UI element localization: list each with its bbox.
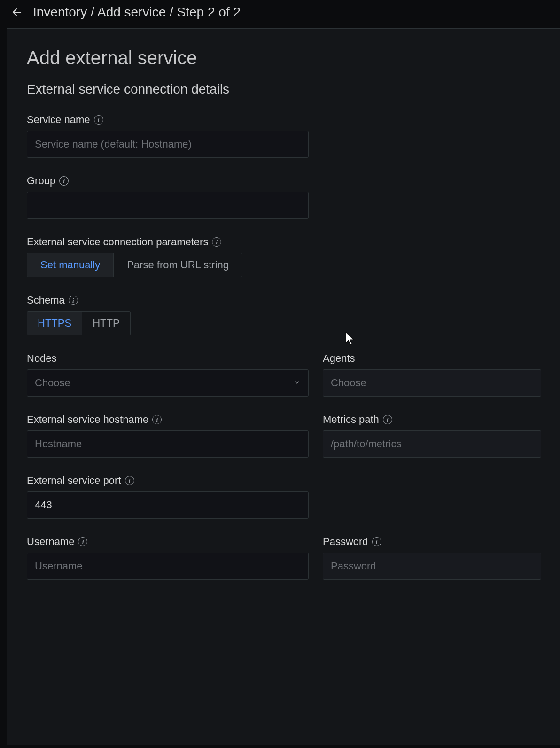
- breadcrumb: Inventory / Add service / Step 2 of 2: [33, 5, 241, 20]
- nodes-placeholder: Choose: [35, 377, 70, 389]
- agents-placeholder: Choose: [331, 377, 366, 389]
- port-input[interactable]: [27, 491, 309, 519]
- info-icon[interactable]: i: [212, 237, 221, 247]
- field-group: Group i: [27, 175, 541, 219]
- username-input[interactable]: [27, 553, 309, 580]
- metrics-path-input[interactable]: [323, 430, 541, 458]
- nodes-label: Nodes: [27, 352, 57, 365]
- arrow-left-icon: [11, 7, 23, 18]
- field-service-name: Service name i: [27, 114, 541, 158]
- nodes-select[interactable]: Choose: [27, 369, 309, 397]
- password-input[interactable]: [323, 553, 541, 580]
- field-schema: Schema i HTTPS HTTP: [27, 294, 541, 335]
- hostname-input[interactable]: [27, 430, 309, 458]
- info-icon[interactable]: i: [59, 176, 69, 186]
- parse-from-url-button[interactable]: Parse from URL string: [114, 253, 242, 277]
- field-port: External service port i: [27, 475, 541, 519]
- hostname-label: External service hostname: [27, 413, 148, 426]
- schema-https-button[interactable]: HTTPS: [27, 312, 82, 335]
- info-icon[interactable]: i: [78, 537, 87, 546]
- chevron-down-icon: [293, 377, 301, 389]
- conn-params-toggle: Set manually Parse from URL string: [27, 253, 242, 277]
- header-bar: Inventory / Add service / Step 2 of 2: [0, 0, 560, 28]
- username-label: Username: [27, 536, 74, 548]
- info-icon[interactable]: i: [125, 476, 134, 485]
- page-title: Add external service: [27, 47, 541, 69]
- field-conn-params: External service connection parameters i…: [27, 236, 541, 277]
- group-input[interactable]: [27, 192, 309, 219]
- password-label: Password: [323, 536, 368, 548]
- info-icon[interactable]: i: [372, 537, 381, 546]
- row-hostname-metrics: External service hostname i Metrics path…: [27, 413, 541, 458]
- section-title: External service connection details: [27, 82, 541, 97]
- agents-label: Agents: [323, 352, 355, 365]
- conn-params-label: External service connection parameters: [27, 236, 208, 248]
- schema-toggle: HTTPS HTTP: [27, 311, 131, 335]
- metrics-path-label: Metrics path: [323, 413, 379, 426]
- agents-select[interactable]: Choose: [323, 369, 541, 397]
- schema-label: Schema: [27, 294, 65, 306]
- service-name-input[interactable]: [27, 131, 309, 158]
- service-name-label: Service name: [27, 114, 90, 126]
- row-nodes-agents: Nodes Choose Agents Choose: [27, 352, 541, 397]
- port-label: External service port: [27, 475, 121, 487]
- info-icon[interactable]: i: [69, 296, 78, 305]
- info-icon[interactable]: i: [383, 415, 392, 424]
- set-manually-button[interactable]: Set manually: [27, 253, 114, 277]
- form-panel: Add external service External service co…: [7, 28, 560, 745]
- back-button[interactable]: [10, 6, 23, 19]
- info-icon[interactable]: i: [94, 115, 103, 125]
- schema-http-button[interactable]: HTTP: [82, 312, 130, 335]
- info-icon[interactable]: i: [152, 415, 162, 424]
- row-username-password: Username i Password i: [27, 536, 541, 580]
- group-label: Group: [27, 175, 55, 187]
